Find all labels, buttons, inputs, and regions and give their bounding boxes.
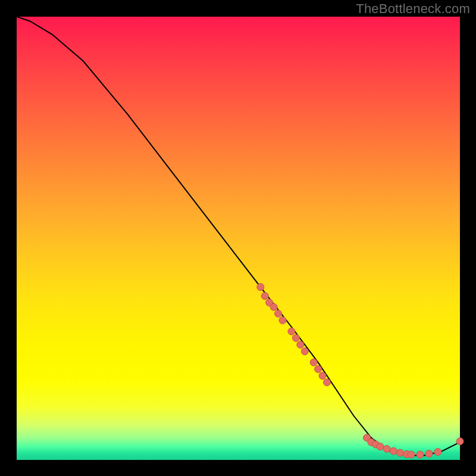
data-marker — [416, 451, 424, 458]
bottleneck-curve — [17, 17, 460, 456]
data-marker — [390, 447, 397, 455]
data-marker — [257, 283, 264, 290]
data-marker — [456, 438, 464, 445]
data-marker — [301, 348, 308, 355]
data-marker — [292, 334, 299, 342]
data-marker — [279, 317, 286, 324]
data-marker — [396, 449, 403, 456]
attribution-label: TheBottleneck.com — [356, 1, 470, 17]
data-markers — [257, 283, 464, 458]
data-marker — [261, 292, 268, 299]
data-marker — [315, 365, 322, 372]
data-marker — [377, 443, 384, 450]
plot-overlay — [17, 17, 460, 460]
data-marker — [425, 450, 433, 458]
data-marker — [288, 328, 295, 335]
data-marker — [408, 451, 415, 458]
data-marker — [310, 359, 317, 366]
data-marker — [275, 310, 282, 317]
data-marker — [434, 449, 441, 456]
chart-frame: TheBottleneck.com — [0, 0, 476, 476]
data-marker — [297, 341, 304, 348]
data-marker — [324, 379, 331, 386]
data-marker — [383, 445, 390, 452]
data-marker — [319, 372, 326, 380]
data-marker — [270, 303, 277, 311]
